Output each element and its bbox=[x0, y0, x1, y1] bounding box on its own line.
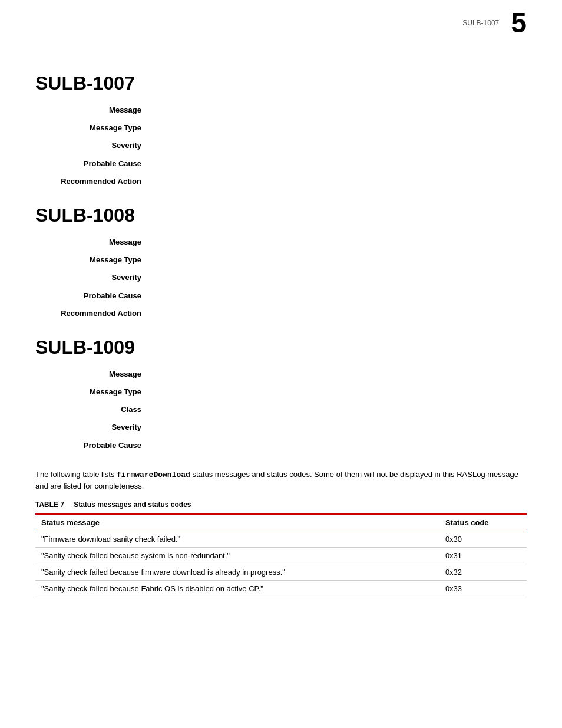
section-title-sulb-1008: SULB-1008 bbox=[35, 205, 527, 226]
intro-code: firmwareDownload bbox=[117, 470, 190, 479]
def-list-sulb-1009: MessageMessage TypeClassSeverityProbable… bbox=[35, 369, 527, 451]
sections-container: SULB-1007MessageMessage TypeSeverityProb… bbox=[35, 73, 527, 451]
table-header-row: Status message Status code bbox=[35, 514, 527, 531]
def-value-sulb-1009-1 bbox=[153, 387, 527, 397]
table-row: "Sanity check failed because Fabric OS i… bbox=[35, 580, 527, 597]
def-row-sulb-1007-2: Severity bbox=[35, 140, 527, 151]
def-value-sulb-1007-3 bbox=[153, 159, 527, 169]
def-term-sulb-1008-2: Severity bbox=[35, 272, 153, 283]
table-row: "Sanity check failed because firmware do… bbox=[35, 564, 527, 580]
def-term-sulb-1007-1: Message Type bbox=[35, 123, 153, 133]
def-term-sulb-1009-2: Class bbox=[35, 404, 153, 415]
def-row-sulb-1008-1: Message Type bbox=[35, 255, 527, 265]
def-value-sulb-1009-3 bbox=[153, 422, 527, 433]
cell-message-1: "Sanity check failed because system is n… bbox=[35, 547, 439, 564]
def-value-sulb-1007-4 bbox=[153, 176, 527, 187]
col-header-code: Status code bbox=[439, 514, 527, 531]
cell-code-1: 0x31 bbox=[439, 547, 527, 564]
page-header: SULB-1007 5 bbox=[0, 0, 562, 43]
def-term-sulb-1008-0: Message bbox=[35, 237, 153, 248]
table-caption: Status messages and status codes bbox=[74, 500, 191, 509]
intro-text-1: The following table lists bbox=[35, 470, 117, 479]
table-label: TABLE 7 Status messages and status codes bbox=[35, 500, 527, 509]
def-value-sulb-1008-0 bbox=[153, 237, 527, 248]
cell-code-0: 0x30 bbox=[439, 531, 527, 547]
table-body: "Firmware download sanity check failed."… bbox=[35, 531, 527, 597]
def-term-sulb-1009-1: Message Type bbox=[35, 387, 153, 397]
def-row-sulb-1008-3: Probable Cause bbox=[35, 291, 527, 301]
def-value-sulb-1007-0 bbox=[153, 105, 527, 116]
def-list-sulb-1008: MessageMessage TypeSeverityProbable Caus… bbox=[35, 237, 527, 319]
def-term-sulb-1009-0: Message bbox=[35, 369, 153, 380]
def-row-sulb-1008-4: Recommended Action bbox=[35, 308, 527, 319]
def-term-sulb-1009-3: Severity bbox=[35, 422, 153, 433]
def-value-sulb-1009-2 bbox=[153, 404, 527, 415]
def-row-sulb-1008-0: Message bbox=[35, 237, 527, 248]
table-section: The following table lists firmwareDownlo… bbox=[35, 469, 527, 597]
def-value-sulb-1008-4 bbox=[153, 308, 527, 319]
section-title-sulb-1007: SULB-1007 bbox=[35, 73, 527, 94]
table-intro: The following table lists firmwareDownlo… bbox=[35, 469, 527, 492]
def-term-sulb-1008-3: Probable Cause bbox=[35, 291, 153, 301]
def-row-sulb-1007-1: Message Type bbox=[35, 123, 527, 133]
cell-code-2: 0x32 bbox=[439, 564, 527, 580]
def-value-sulb-1007-2 bbox=[153, 140, 527, 151]
section-sulb-1007: SULB-1007MessageMessage TypeSeverityProb… bbox=[35, 73, 527, 187]
def-term-sulb-1007-3: Probable Cause bbox=[35, 159, 153, 169]
section-sulb-1009: SULB-1009MessageMessage TypeClassSeverit… bbox=[35, 337, 527, 451]
table-row: "Sanity check failed because system is n… bbox=[35, 547, 527, 564]
def-row-sulb-1009-0: Message bbox=[35, 369, 527, 380]
def-row-sulb-1009-3: Severity bbox=[35, 422, 527, 433]
def-row-sulb-1009-2: Class bbox=[35, 404, 527, 415]
page-container: SULB-1007MessageMessage TypeSeverityProb… bbox=[0, 43, 562, 633]
status-table: Status message Status code "Firmware dow… bbox=[35, 513, 527, 597]
cell-message-0: "Firmware download sanity check failed." bbox=[35, 531, 439, 547]
def-row-sulb-1008-2: Severity bbox=[35, 272, 527, 283]
def-row-sulb-1009-1: Message Type bbox=[35, 387, 527, 397]
col-header-message: Status message bbox=[35, 514, 439, 531]
def-value-sulb-1007-1 bbox=[153, 123, 527, 133]
table-head: Status message Status code bbox=[35, 514, 527, 531]
def-term-sulb-1008-4: Recommended Action bbox=[35, 308, 153, 319]
cell-message-2: "Sanity check failed because firmware do… bbox=[35, 564, 439, 580]
def-row-sulb-1009-4: Probable Cause bbox=[35, 440, 527, 451]
section-sulb-1008: SULB-1008MessageMessage TypeSeverityProb… bbox=[35, 205, 527, 319]
def-value-sulb-1009-4 bbox=[153, 440, 527, 451]
def-row-sulb-1007-0: Message bbox=[35, 105, 527, 116]
def-value-sulb-1008-1 bbox=[153, 255, 527, 265]
table-number: TABLE 7 bbox=[35, 500, 64, 509]
def-term-sulb-1009-4: Probable Cause bbox=[35, 440, 153, 451]
header-code: SULB-1007 bbox=[462, 19, 499, 27]
def-row-sulb-1007-4: Recommended Action bbox=[35, 176, 527, 187]
def-term-sulb-1008-1: Message Type bbox=[35, 255, 153, 265]
def-term-sulb-1007-0: Message bbox=[35, 105, 153, 116]
def-value-sulb-1008-3 bbox=[153, 291, 527, 301]
cell-code-3: 0x33 bbox=[439, 580, 527, 597]
def-term-sulb-1007-2: Severity bbox=[35, 140, 153, 151]
page-number: 5 bbox=[511, 9, 527, 37]
def-list-sulb-1007: MessageMessage TypeSeverityProbable Caus… bbox=[35, 105, 527, 187]
def-row-sulb-1007-3: Probable Cause bbox=[35, 159, 527, 169]
def-term-sulb-1007-4: Recommended Action bbox=[35, 176, 153, 187]
cell-message-3: "Sanity check failed because Fabric OS i… bbox=[35, 580, 439, 597]
section-title-sulb-1009: SULB-1009 bbox=[35, 337, 527, 358]
def-value-sulb-1008-2 bbox=[153, 272, 527, 283]
def-value-sulb-1009-0 bbox=[153, 369, 527, 380]
table-row: "Firmware download sanity check failed."… bbox=[35, 531, 527, 547]
